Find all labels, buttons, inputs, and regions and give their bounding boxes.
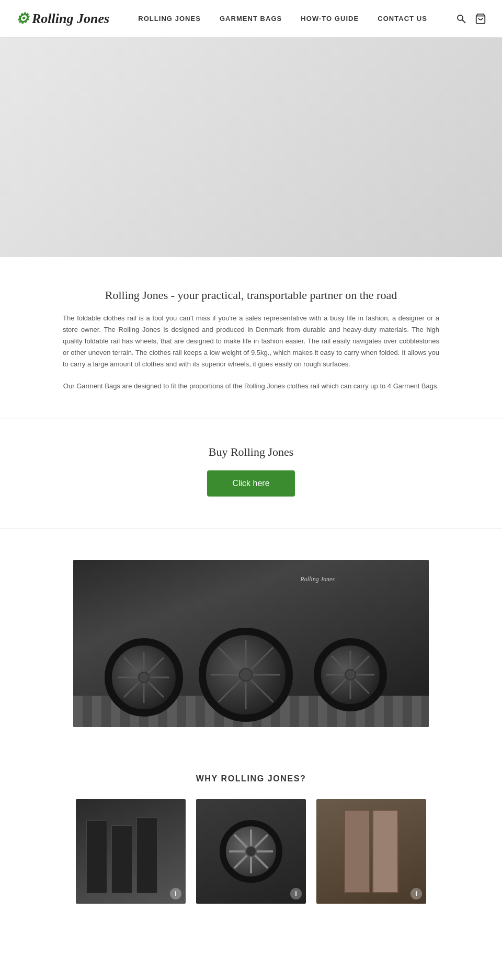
description-title: Rolling Jones - your practical, transpor… — [63, 289, 439, 302]
description-section: Rolling Jones - your practical, transpor… — [0, 257, 502, 419]
logo-icon: ⚙ — [16, 10, 29, 27]
cart-button[interactable] — [475, 13, 486, 25]
header-icons — [456, 13, 486, 25]
logo[interactable]: ⚙ Rolling Jones — [16, 10, 109, 27]
why-grid: i i i — [31, 799, 471, 904]
closet-door-right — [372, 810, 398, 893]
description-body: The foldable clothes rail is a tool you … — [63, 313, 439, 370]
svg-point-12 — [239, 668, 252, 681]
wheel-center — [199, 628, 293, 722]
wheel-right — [314, 638, 387, 711]
svg-point-22 — [246, 846, 256, 857]
why-card-closet: i — [316, 799, 426, 904]
info-icon-3: i — [410, 888, 422, 900]
buy-button[interactable]: Click here — [207, 470, 294, 497]
buy-section: Buy Rolling Jones Click here — [0, 419, 502, 528]
brand-label: Rolling Jones — [300, 575, 335, 583]
why-section: WHY ROLLING JONES? i — [0, 753, 502, 914]
closet-door-left — [344, 810, 370, 893]
info-icon-2: i — [290, 888, 302, 900]
wheel-left — [105, 638, 183, 717]
svg-point-17 — [345, 670, 356, 680]
closet-visual — [316, 799, 426, 904]
nav-how-to-guide[interactable]: HOW-TO GUIDE — [301, 15, 359, 22]
cart-icon — [475, 13, 486, 25]
garment-bag-3 — [136, 817, 157, 893]
garment-text: Our Garment Bags are designed to fit the… — [63, 381, 439, 392]
hero-section — [0, 38, 502, 257]
svg-point-7 — [139, 672, 149, 683]
garment-bag-1 — [86, 820, 107, 893]
big-wheel — [220, 820, 282, 883]
search-icon — [456, 14, 466, 24]
why-card-garment: i — [76, 799, 186, 904]
search-button[interactable] — [456, 14, 466, 24]
hero-image — [0, 38, 502, 257]
wheels-image: Rolling Jones — [73, 560, 429, 727]
logo-text: Rolling Jones — [32, 11, 109, 27]
site-header: ⚙ Rolling Jones ROLLING JONES GARMENT BA… — [0, 0, 502, 38]
rail-visual — [196, 799, 306, 904]
wheels-section: Rolling Jones — [0, 528, 502, 753]
info-icon-1: i — [170, 888, 181, 900]
svg-line-1 — [462, 20, 465, 23]
why-title: WHY ROLLING JONES? — [31, 774, 471, 783]
nav-garment-bags[interactable]: GARMENT BAGS — [220, 15, 282, 22]
svg-point-0 — [458, 15, 463, 20]
garment-bag-2 — [111, 825, 132, 893]
garment-bags-visual — [76, 799, 186, 904]
nav-rolling-jones[interactable]: ROLLING JONES — [138, 15, 201, 22]
main-nav: ROLLING JONES GARMENT BAGS HOW-TO GUIDE … — [138, 15, 427, 22]
why-card-wheel: i — [196, 799, 306, 904]
nav-contact-us[interactable]: CONTACT US — [378, 15, 427, 22]
buy-title: Buy Rolling Jones — [0, 445, 502, 459]
